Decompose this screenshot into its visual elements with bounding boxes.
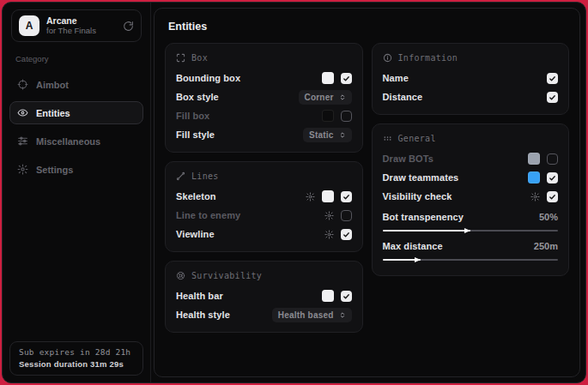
- skeleton-color-swatch[interactable]: [322, 190, 334, 202]
- line-to-enemy-checkbox[interactable]: [341, 210, 352, 221]
- chevron-updown-icon: [339, 311, 346, 319]
- avatar: A: [19, 15, 39, 36]
- gear-icon: [17, 164, 28, 175]
- grid-dots-icon: [383, 134, 392, 143]
- draw-teammates-label: Draw teammates: [383, 172, 459, 183]
- bounding-box-checkbox[interactable]: [341, 73, 352, 84]
- sidebar-item-settings[interactable]: Settings: [9, 158, 143, 181]
- information-card: Information Name Distance: [372, 43, 570, 115]
- viewline-checkbox[interactable]: [341, 229, 352, 240]
- lifebuoy-icon: [176, 271, 185, 280]
- general-card: General Draw BOTs Draw teammates: [372, 123, 570, 276]
- sidebar-item-entities[interactable]: Entities: [9, 101, 143, 124]
- bot-transparency-value: 50%: [539, 212, 558, 222]
- visibility-check-row: Visibility check: [383, 187, 559, 206]
- sidebar-item-aimbot[interactable]: Aimbot: [9, 73, 143, 96]
- viewline-label: Viewline: [176, 229, 215, 239]
- box-card-header: Box: [176, 53, 352, 63]
- health-style-label: Health style: [176, 310, 230, 320]
- info-icon: [383, 53, 392, 63]
- app-subtitle: for The Finals: [46, 27, 116, 36]
- sidebar-item-miscellaneous[interactable]: Miscellaneous: [9, 129, 143, 153]
- bot-transparency-group: Bot transpenency 50%: [383, 209, 559, 235]
- diagonal-line-icon: [176, 171, 185, 181]
- sidebar-nav: Aimbot Entities Miscellaneous Settings: [3, 70, 150, 183]
- health-bar-color-swatch[interactable]: [322, 290, 334, 302]
- viewline-settings-icon[interactable]: [324, 230, 334, 239]
- max-distance-label: Max distance: [383, 241, 443, 251]
- survivability-card-title: Survivability: [191, 271, 262, 280]
- box-style-row: Box style Corner: [176, 87, 352, 106]
- box-style-label: Box style: [176, 92, 219, 102]
- box-corners-icon: [176, 53, 185, 63]
- fill-style-dropdown[interactable]: Static: [303, 128, 351, 142]
- sliders-icon: [17, 135, 28, 147]
- max-distance-slider[interactable]: [383, 256, 559, 264]
- sidebar-item-label: Aimbot: [36, 80, 69, 90]
- bounding-box-row: Bounding box: [176, 69, 352, 87]
- fill-box-row: Fill box: [176, 106, 352, 125]
- page-title: Entities: [168, 21, 569, 33]
- slider-fill: [383, 230, 470, 232]
- survivability-card: Survivability Health bar Health style: [165, 261, 363, 333]
- distance-row: Distance: [383, 87, 559, 106]
- slider-thumb[interactable]: [415, 257, 421, 262]
- bounding-box-label: Bounding box: [176, 73, 240, 83]
- draw-bots-row: Draw BOTs: [383, 149, 559, 168]
- health-style-dropdown[interactable]: Health based: [272, 308, 352, 322]
- fill-box-checkbox[interactable]: [341, 111, 352, 122]
- general-card-title: General: [398, 134, 436, 143]
- visibility-check-settings-icon[interactable]: [530, 192, 540, 202]
- profile-names: Arcane for The Finals: [46, 15, 116, 36]
- name-checkbox[interactable]: [547, 73, 558, 84]
- bounding-box-color-swatch[interactable]: [322, 72, 334, 84]
- skeleton-checkbox[interactable]: [341, 191, 352, 202]
- draw-bots-label: Draw BOTs: [383, 153, 433, 164]
- box-style-dropdown[interactable]: Corner: [299, 90, 352, 105]
- name-label: Name: [383, 73, 409, 83]
- fill-box-label: Fill box: [176, 111, 209, 121]
- max-distance-group: Max distance 250m: [383, 238, 559, 264]
- app-name: Arcane: [46, 15, 116, 26]
- chevron-updown-icon: [339, 131, 346, 139]
- app-window: A Arcane for The Finals Category Aimbot: [2, 2, 586, 383]
- line-to-enemy-label: Line to enemy: [176, 210, 240, 220]
- sync-icon[interactable]: [123, 21, 134, 32]
- draw-teammates-checkbox[interactable]: [547, 172, 558, 183]
- distance-checkbox[interactable]: [547, 92, 558, 103]
- sidebar-item-label: Settings: [36, 165, 73, 175]
- sidebar: A Arcane for The Finals Category Aimbot: [3, 3, 151, 382]
- max-distance-value: 250m: [534, 241, 558, 251]
- draw-teammates-color-swatch[interactable]: [528, 171, 540, 183]
- bot-transparency-label: Bot transpenency: [383, 212, 464, 222]
- health-style-row: Health style Health based: [176, 305, 352, 324]
- draw-teammates-row: Draw teammates: [383, 168, 559, 187]
- sidebar-item-label: Entities: [36, 108, 70, 118]
- draw-bots-checkbox[interactable]: [547, 153, 558, 165]
- draw-bots-color-swatch[interactable]: [528, 153, 540, 165]
- line-to-enemy-row: Line to enemy: [176, 206, 352, 225]
- sub-expiry-text: Sub expires in 28d 21h: [19, 347, 134, 357]
- visibility-check-checkbox[interactable]: [547, 191, 558, 202]
- line-to-enemy-settings-icon[interactable]: [324, 211, 334, 220]
- health-bar-row: Health bar: [176, 286, 352, 305]
- information-card-title: Information: [398, 53, 458, 63]
- health-bar-checkbox[interactable]: [341, 291, 352, 302]
- general-card-header: General: [383, 134, 559, 143]
- subscription-info-card: Sub expires in 28d 21h Session duration …: [9, 341, 143, 376]
- bot-transparency-slider[interactable]: [383, 226, 559, 235]
- box-card-title: Box: [191, 53, 208, 63]
- crosshair-icon: [17, 79, 28, 90]
- skeleton-settings-icon[interactable]: [306, 192, 315, 202]
- skeleton-row: Skeleton: [176, 187, 352, 206]
- main-panel: Entities Box Bounding box: [154, 8, 580, 377]
- fill-style-row: Fill style Static: [176, 125, 352, 144]
- skeleton-label: Skeleton: [176, 191, 216, 202]
- distance-label: Distance: [383, 92, 423, 102]
- slider-thumb[interactable]: [464, 228, 470, 233]
- information-card-header: Information: [383, 53, 559, 63]
- fill-style-label: Fill style: [176, 129, 215, 140]
- fill-box-color-swatch[interactable]: [322, 110, 334, 122]
- lines-card: Lines Skeleton: [165, 161, 363, 252]
- viewline-row: Viewline: [176, 225, 352, 244]
